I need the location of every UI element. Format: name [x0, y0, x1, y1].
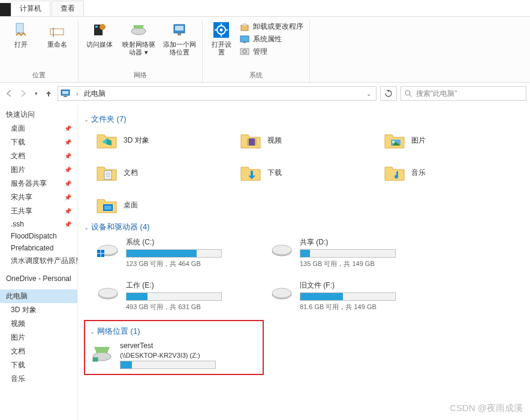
- ribbon-group-network-label: 网络: [134, 70, 147, 82]
- open-button[interactable]: 打开: [6, 20, 36, 49]
- file-tab-dark[interactable]: [0, 3, 11, 16]
- sidebar-item[interactable]: FloodDispatch: [0, 230, 77, 242]
- folder-item[interactable]: 下载: [240, 162, 360, 183]
- svg-rect-24: [62, 91, 68, 94]
- network-drive-item[interactable]: serverTest (\\DESKTOP-KR2V3I3) (Z:): [90, 342, 258, 369]
- nav-back-button[interactable]: [4, 88, 14, 99]
- folder-item[interactable]: 音乐: [384, 162, 504, 183]
- map-drive-label: 映射网络驱动器 ▾: [121, 41, 156, 56]
- drive-icon: [96, 280, 120, 304]
- sidebar-item[interactable]: 视频: [0, 317, 77, 331]
- drive-usage-bar: [126, 249, 222, 258]
- sidebar-item[interactable]: 服务器共享📌: [0, 177, 77, 191]
- svg-rect-30: [255, 138, 257, 146]
- open-settings-button[interactable]: 打开设置: [209, 20, 234, 56]
- svg-rect-9: [177, 33, 181, 35]
- drive-icon: [270, 237, 294, 261]
- search-input[interactable]: 搜索"此电脑": [400, 86, 526, 101]
- sidebar-item[interactable]: 王共享📌: [0, 204, 77, 218]
- add-location-button[interactable]: 添加一个网络位置: [162, 20, 196, 56]
- tab-view[interactable]: 查看: [52, 1, 84, 16]
- drive-item[interactable]: 系统 (C:)123 GB 可用，共 464 GB: [96, 237, 246, 268]
- drive-usage-bar: [300, 292, 396, 301]
- sidebar-item[interactable]: 桌面📌: [0, 122, 77, 135]
- sidebar-item[interactable]: 3D 对象: [0, 303, 77, 317]
- chevron-down-icon[interactable]: ⌄: [364, 90, 374, 97]
- manage-icon: [240, 47, 249, 57]
- chevron-right-icon[interactable]: ›: [74, 90, 80, 97]
- folder-item[interactable]: 桌面: [96, 194, 216, 216]
- nav-up-button[interactable]: [43, 88, 54, 99]
- nav-history-dropdown[interactable]: ▾: [32, 88, 40, 99]
- sidebar-item[interactable]: 宋共享📌: [0, 191, 77, 204]
- folder-icon: [96, 129, 118, 151]
- folder-icon: [96, 162, 118, 183]
- sidebar-item[interactable]: 文档📌: [0, 149, 77, 163]
- sidebar-item[interactable]: 下载: [0, 358, 77, 372]
- sidebar-item[interactable]: 文档: [0, 345, 77, 358]
- drive-usage-bar: [126, 292, 222, 301]
- sidebar-item[interactable]: Prefabricated: [0, 242, 77, 254]
- svg-rect-1: [50, 29, 64, 35]
- folder-item[interactable]: 文档: [96, 162, 216, 183]
- breadcrumb-thispc[interactable]: 此电脑: [84, 89, 106, 99]
- address-bar[interactable]: › 此电脑 ⌄: [58, 86, 377, 101]
- drive-item[interactable]: 旧文件 (F:)81.6 GB 可用，共 149 GB: [270, 280, 420, 312]
- open-label: 打开: [14, 41, 28, 49]
- svg-rect-17: [241, 25, 248, 31]
- sidebar-thispc[interactable]: 此电脑: [0, 289, 77, 303]
- access-media-label: 访问媒体: [86, 41, 113, 49]
- svg-rect-29: [247, 138, 249, 146]
- ribbon: 打开 重命名 位置 访问媒体 映射网络驱动器: [0, 17, 530, 83]
- network-drive-name: serverTest: [120, 342, 258, 350]
- svg-rect-51: [93, 358, 98, 361]
- folder-icon: [384, 162, 405, 183]
- sidebar-item[interactable]: 图片📌: [0, 163, 77, 177]
- access-media-button[interactable]: 访问媒体: [85, 20, 115, 49]
- drive-name: 工作 (E:): [126, 280, 246, 291]
- pin-icon: 📌: [64, 180, 71, 187]
- pin-icon: 📌: [64, 125, 71, 132]
- drive-item[interactable]: 工作 (E:)493 GB 可用，共 631 GB: [96, 280, 246, 312]
- sidebar-item[interactable]: 图片: [0, 331, 77, 345]
- section-drives-header[interactable]: ⌄ 设备和驱动器 (4): [84, 222, 524, 232]
- uninstall-button[interactable]: 卸载或更改程序: [240, 22, 303, 32]
- folder-item[interactable]: 视频: [240, 129, 360, 151]
- manage-button[interactable]: 管理: [240, 47, 303, 57]
- sidebar-quick-access[interactable]: 快速访问: [0, 108, 77, 122]
- network-drive-path: (\\DESKTOP-KR2V3I3) (Z:): [120, 352, 258, 359]
- svg-rect-5: [95, 26, 98, 28]
- svg-rect-18: [243, 23, 246, 26]
- pin-icon: 📌: [64, 194, 71, 201]
- ribbon-group-system: 打开设置 卸载或更改程序 系统属性 管理 系统: [203, 20, 310, 82]
- folder-name: 视频: [267, 135, 282, 146]
- gear-icon: [212, 20, 231, 40]
- sidebar-item[interactable]: 洪水调度软件产品原型: [0, 254, 77, 268]
- folder-icon: [384, 129, 405, 151]
- svg-point-32: [392, 141, 395, 143]
- system-properties-button[interactable]: 系统属性: [240, 34, 303, 44]
- svg-rect-0: [16, 23, 23, 33]
- sidebar-item[interactable]: 音乐: [0, 372, 77, 386]
- tab-computer[interactable]: 计算机: [11, 1, 50, 16]
- folder-item[interactable]: 3D 对象: [96, 129, 216, 151]
- sidebar-item[interactable]: .ssh📌: [0, 218, 77, 230]
- sidebar-item[interactable]: 下载📌: [0, 135, 77, 149]
- network-drive-icon: [90, 342, 114, 365]
- drive-item[interactable]: 共享 (D:)135 GB 可用，共 149 GB: [270, 237, 420, 268]
- sidebar-onedrive[interactable]: OneDrive - Personal: [0, 273, 77, 285]
- nav-forward-button[interactable]: [18, 88, 29, 99]
- chevron-down-icon: ⌄: [84, 116, 89, 123]
- drive-name: 旧文件 (F:): [300, 280, 420, 291]
- drive-name: 共享 (D:): [300, 237, 420, 247]
- refresh-button[interactable]: [380, 86, 397, 101]
- drive-stat: 493 GB 可用，共 631 GB: [126, 303, 246, 312]
- chevron-down-icon: ⌄: [90, 328, 95, 335]
- map-drive-button[interactable]: 映射网络驱动器 ▾: [121, 20, 156, 56]
- section-folders-header[interactable]: ⌄ 文件夹 (7): [84, 114, 524, 125]
- drive-usage-bar: [300, 249, 396, 258]
- folder-item[interactable]: 图片: [384, 129, 504, 151]
- section-network-header[interactable]: ⌄ 网络位置 (1): [90, 326, 258, 337]
- rename-button[interactable]: 重命名: [42, 20, 72, 49]
- media-icon: [90, 20, 109, 40]
